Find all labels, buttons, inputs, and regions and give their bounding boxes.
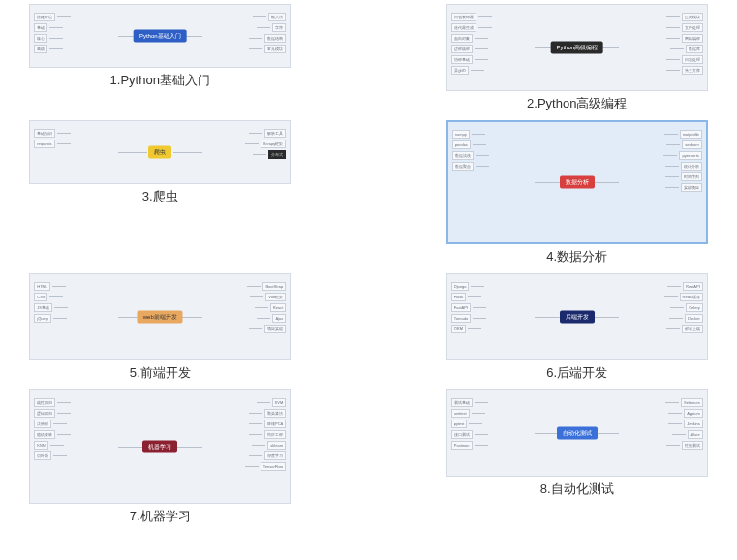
mindmap-branch-node: 深度学习 <box>264 451 286 460</box>
thumbnail-item-5[interactable]: web前端开发HTMLCSSJS基础jQueryBootStrapVue框架Re… <box>19 273 301 382</box>
mindmap-branch-node: 分布式 <box>268 150 286 159</box>
thumbnail-caption: 3.爬虫 <box>142 188 178 205</box>
mindmap-branch-node: 接口测试 <box>451 430 473 439</box>
thumbnail-grid: Python基础入门搭建环境基础核心高级输入法字符数据结构常见模块1.Pytho… <box>19 4 718 525</box>
mindmap-branch-node: 第三方库 <box>682 66 703 75</box>
mindmap-branch-node: Appium <box>684 409 703 418</box>
mindmap-branch-node: 聚类算法 <box>264 409 286 418</box>
mindmap-center-node: 爬虫 <box>148 146 171 159</box>
mindmap-branch-node: CSS <box>34 293 47 301</box>
mindmap-branch-node: 异步IO <box>451 66 469 75</box>
mindmap-center-node: 自动化测试 <box>557 427 598 440</box>
mindmap-branch-node: Jenkins <box>684 420 703 428</box>
mindmap-branch-node: RestAPI <box>683 282 703 291</box>
thumbnail-item-1[interactable]: Python基础入门搭建环境基础核心高级输入法字符数据结构常见模块1.Pytho… <box>19 4 301 112</box>
mindmap-branch-node: 特征工程 <box>264 430 286 439</box>
thumbnail-caption: 2.Python高级编程 <box>527 95 627 112</box>
mindmap-branch-node: Selenium <box>681 398 703 407</box>
mindmap-branch-node: KNN <box>34 441 47 450</box>
mindmap-thumbnail[interactable]: Python高级编程闭包装饰器迭代器生成面向对象进程线程协程基础异步IO正则模块… <box>446 4 708 91</box>
mindmap-branch-node: 文件处理 <box>682 23 703 32</box>
mindmap-branch-node: 项目实战 <box>264 325 286 333</box>
mindmap-branch-node: 常见模块 <box>264 45 286 53</box>
mindmap-branch-node: Vue框架 <box>265 293 286 301</box>
mindmap-branch-node: 正则模块 <box>682 13 703 21</box>
mindmap-branch-node: Docker <box>685 314 703 323</box>
mindmap-branch-node: Redis缓存 <box>680 293 703 301</box>
thumbnail-item-3[interactable]: 爬虫基础知识requests解析工具Scrapy框架分布式3.爬虫 <box>19 120 301 265</box>
mindmap-center-node: Python基础入门 <box>134 30 187 43</box>
mindmap-branch-node: 协程基础 <box>451 55 473 64</box>
mindmap-branch-node: 进程线程 <box>451 45 473 53</box>
mindmap-branch-node: pyecharts <box>679 151 701 160</box>
mindmap-branch-node: 部署上线 <box>682 325 703 333</box>
mindmap-branch-node: 核心 <box>34 34 47 43</box>
mindmap-branch-node: 实战项目 <box>681 183 702 192</box>
mindmap-branch-node: pytest <box>451 420 468 428</box>
mindmap-branch-node: 面向对象 <box>451 34 473 43</box>
mindmap-branch-node: jQuery <box>34 314 51 323</box>
mindmap-branch-node: matplotlib <box>680 130 702 139</box>
mindmap-branch-node: 闭包装饰器 <box>451 13 476 21</box>
mindmap-branch-node: 数据清洗 <box>452 151 474 160</box>
mindmap-branch-node: seaborn <box>682 140 701 149</box>
mindmap-branch-node: pandas <box>452 140 471 149</box>
mindmap-branch-node: Postman <box>451 441 473 450</box>
mindmap-center-node: 后端开发 <box>560 311 595 324</box>
mindmap-center-node: 数据分析 <box>560 176 595 189</box>
mindmap-branch-node: TensorFlow <box>261 462 286 471</box>
mindmap-branch-node: SVM <box>272 398 287 407</box>
mindmap-branch-node: FastAPI <box>451 303 471 312</box>
mindmap-branch-node: 基础知识 <box>34 129 55 138</box>
mindmap-branch-node: React <box>270 303 286 312</box>
thumbnail-item-6[interactable]: 后端开发DjangoFlaskFastAPITornadoORMRestAPIR… <box>437 273 719 382</box>
mindmap-branch-node: unittest <box>451 409 470 418</box>
mindmap-branch-node: 线性回归 <box>34 398 55 407</box>
mindmap-thumbnail[interactable]: 爬虫基础知识requests解析工具Scrapy框架分布式 <box>29 120 291 184</box>
mindmap-branch-node: Ajax <box>272 314 286 323</box>
thumbnail-item-4[interactable]: 数据分析numpypandas数据清洗数据聚合matplotlibseaborn… <box>437 120 719 265</box>
mindmap-branch-node: 测试基础 <box>451 398 473 407</box>
mindmap-branch-node: Django <box>451 282 470 291</box>
thumbnail-caption: 4.数据分析 <box>546 248 607 265</box>
mindmap-branch-node: 逻辑回归 <box>34 409 55 418</box>
mindmap-branch-node: 高级 <box>34 45 47 53</box>
mindmap-branch-node: 迭代器生成 <box>451 23 476 32</box>
mindmap-thumbnail[interactable]: 后端开发DjangoFlaskFastAPITornadoORMRestAPIR… <box>446 273 708 360</box>
thumbnail-caption: 5.前端开发 <box>130 364 191 382</box>
mindmap-branch-node: requests <box>34 140 54 148</box>
mindmap-branch-node: BootStrap <box>262 282 286 291</box>
mindmap-branch-node: 数据库 <box>686 45 703 53</box>
mindmap-branch-node: Scrapy框架 <box>261 140 286 148</box>
mindmap-branch-node: HTML <box>34 282 50 291</box>
thumbnail-caption: 6.后端开发 <box>546 364 607 382</box>
thumbnail-item-7[interactable]: 机器学习线性回归逻辑回归决策树随机森林KNN贝叶斯SVM聚类算法降维PCA特征工… <box>19 389 301 525</box>
mindmap-center-node: web前端开发 <box>138 311 183 324</box>
mindmap-thumbnail[interactable]: 自动化测试测试基础unittestpytest接口测试PostmanSeleni… <box>446 389 708 477</box>
mindmap-branch-node: 解析工具 <box>264 129 286 138</box>
mindmap-thumbnail[interactable]: 机器学习线性回归逻辑回归决策树随机森林KNN贝叶斯SVM聚类算法降维PCA特征工… <box>29 389 291 504</box>
thumbnail-caption: 8.自动化测试 <box>540 481 614 498</box>
mindmap-center-node: 机器学习 <box>142 441 177 453</box>
mindmap-branch-node: ORM <box>451 325 466 333</box>
mindmap-branch-node: sklearn <box>267 441 286 450</box>
mindmap-thumbnail[interactable]: Python基础入门搭建环境基础核心高级输入法字符数据结构常见模块 <box>29 4 291 68</box>
thumbnail-item-8[interactable]: 自动化测试测试基础unittestpytest接口测试PostmanSeleni… <box>437 389 719 525</box>
mindmap-branch-node: Allure <box>688 430 703 439</box>
mindmap-center-node: Python高级编程 <box>550 42 603 54</box>
thumbnail-item-2[interactable]: Python高级编程闭包装饰器迭代器生成面向对象进程线程协程基础异步IO正则模块… <box>437 4 719 112</box>
mindmap-branch-node: Tornado <box>451 314 471 323</box>
mindmap-branch-node: 数据聚合 <box>452 162 474 171</box>
mindmap-branch-node: JS基础 <box>34 303 52 312</box>
mindmap-branch-node: 性能测试 <box>682 441 703 450</box>
mindmap-branch-node: 统计分析 <box>681 162 702 171</box>
mindmap-branch-node: 贝叶斯 <box>34 451 51 460</box>
mindmap-branch-node: 基础 <box>34 23 47 32</box>
mindmap-branch-node: 网络编程 <box>682 34 703 43</box>
mindmap-thumbnail[interactable]: web前端开发HTMLCSSJS基础jQueryBootStrapVue框架Re… <box>29 273 291 360</box>
mindmap-branch-node: 降维PCA <box>264 420 286 428</box>
mindmap-branch-node: 日志处理 <box>682 55 703 64</box>
mindmap-branch-node: numpy <box>452 130 470 139</box>
mindmap-thumbnail[interactable]: 数据分析numpypandas数据清洗数据聚合matplotlibseaborn… <box>446 120 708 244</box>
thumbnail-caption: 7.机器学习 <box>130 508 191 525</box>
